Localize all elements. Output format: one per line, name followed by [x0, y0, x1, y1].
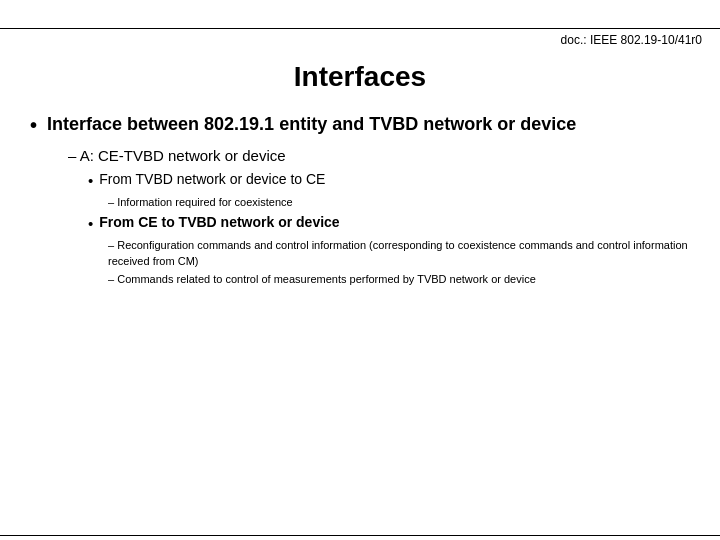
- sub-item-3c-text: Commands related to control of measureme…: [117, 273, 536, 285]
- sub-item-1: A: CE-TVBD network or device: [30, 145, 690, 166]
- footer-line: [0, 535, 720, 536]
- sub-item-1-text: A: CE-TVBD network or device: [80, 147, 286, 164]
- slide-title: Interfaces: [0, 61, 720, 93]
- sub-item-3a: Information required for coexistence: [30, 195, 690, 210]
- main-bullet: • Interface between 802.19.1 entity and …: [30, 113, 690, 137]
- sub-item-3c: Commands related to control of measureme…: [30, 272, 690, 287]
- sub-item-2b: • From CE to TVBD network or device: [30, 213, 690, 234]
- sub-item-3b: Reconfiguration commands and control inf…: [30, 238, 690, 269]
- sub-item-2a-text: From TVBD network or device to CE: [99, 170, 690, 190]
- sub-item-2a: • From TVBD network or device to CE: [30, 170, 690, 191]
- bullet-icon: •: [30, 113, 37, 137]
- sub-item-3a-text: Information required for coexistence: [117, 196, 292, 208]
- main-bullet-text: Interface between 802.19.1 entity and TV…: [47, 113, 576, 136]
- slide-content: • Interface between 802.19.1 entity and …: [0, 113, 720, 288]
- doc-ref: doc.: IEEE 802.19-10/41r0: [0, 29, 720, 47]
- slide: doc.: IEEE 802.19-10/41r0 Interfaces • I…: [0, 28, 720, 540]
- sub-item-3b-text: Reconfiguration commands and control inf…: [108, 239, 688, 266]
- bullet-dot-2b: •: [88, 213, 93, 234]
- bullet-dot-2a: •: [88, 170, 93, 191]
- sub-item-2b-text: From CE to TVBD network or device: [99, 213, 690, 233]
